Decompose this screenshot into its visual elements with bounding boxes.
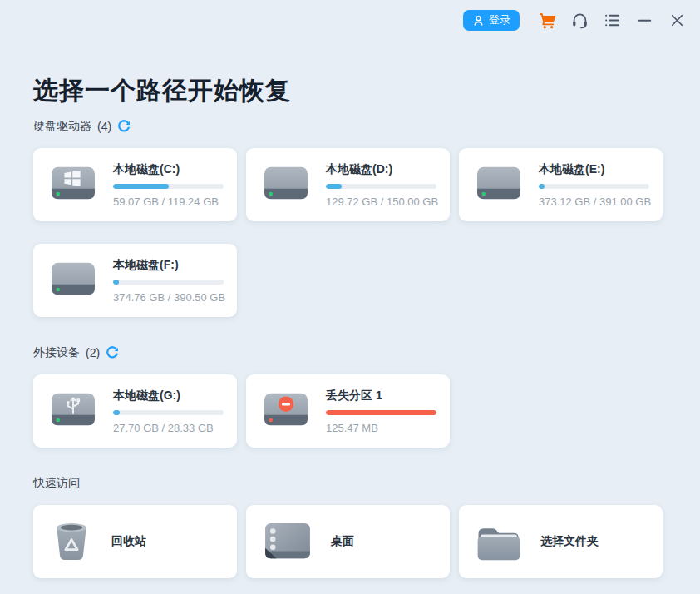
usage-bar-fill — [539, 184, 545, 189]
refresh-drives-button[interactable] — [117, 120, 131, 133]
usage-bar — [113, 184, 224, 189]
drive-info: 本地磁盘(G:) 27.70 GB / 28.33 GB — [113, 389, 224, 434]
section-label: 外接设备 — [33, 345, 80, 360]
drive-card-d[interactable]: 本地磁盘(D:) 129.72 GB / 150.00 GB — [246, 148, 450, 221]
login-button[interactable]: 登录 — [463, 10, 520, 31]
drive-usage: 59.07 GB / 119.24 GB — [113, 196, 224, 208]
headset-icon — [570, 11, 589, 30]
cart-icon — [538, 11, 557, 30]
external-grid: 本地磁盘(G:) 27.70 GB / 28.33 GB 丢失分区 1 125.… — [33, 374, 663, 448]
drive-name: 丢失分区 1 — [326, 389, 436, 403]
close-icon — [668, 11, 687, 30]
drive-info: 丢失分区 1 125.47 MB — [326, 389, 436, 434]
usage-bar-fill — [113, 280, 119, 285]
section-count: (4) — [97, 120, 111, 133]
drive-card-c[interactable]: 本地磁盘(C:) 59.07 GB / 119.24 GB — [33, 148, 237, 221]
section-header-drives: 硬盘驱动器 (4) — [33, 118, 663, 135]
drive-info: 本地磁盘(E:) 373.12 GB / 391.00 GB — [539, 162, 649, 208]
drive-name: 本地磁盘(E:) — [539, 162, 649, 177]
hdd-usb-icon — [47, 390, 99, 432]
usage-bar — [113, 280, 224, 285]
minimize-icon — [635, 11, 654, 30]
drive-name: 本地磁盘(C:) — [113, 162, 224, 177]
page-title: 选择一个路径开始恢复 — [33, 73, 663, 108]
drive-usage: 374.76 GB / 390.50 GB — [113, 291, 224, 304]
drive-card-e[interactable]: 本地磁盘(E:) 373.12 GB / 391.00 GB — [459, 148, 663, 221]
refresh-icon — [117, 120, 131, 133]
section-header-quick-access: 快速访问 — [33, 475, 663, 492]
section-count: (2) — [86, 346, 100, 359]
minimize-button[interactable] — [634, 10, 654, 30]
drives-grid: 本地磁盘(C:) 59.07 GB / 119.24 GB 本地磁盘(D:) 1… — [33, 148, 663, 317]
drive-usage: 373.12 GB / 391.00 GB — [539, 196, 649, 208]
hdd-icon — [260, 164, 312, 205]
section-label: 快速访问 — [33, 476, 80, 491]
user-icon — [472, 14, 485, 27]
usage-bar-fill — [326, 184, 342, 189]
hdd-icon — [473, 164, 525, 205]
usage-bar-fill — [113, 410, 120, 415]
drive-info: 本地磁盘(C:) 59.07 GB / 119.24 GB — [113, 162, 224, 208]
usage-bar — [113, 410, 224, 415]
quick-access-grid: 回收站 桌面 选择文件夹 — [33, 505, 663, 578]
recycle-bin-card[interactable]: 回收站 — [33, 505, 237, 578]
recycle-bin-icon — [49, 519, 94, 564]
drive-name: 本地磁盘(F:) — [113, 258, 224, 273]
menu-button[interactable] — [602, 10, 622, 30]
folder-icon — [475, 522, 523, 562]
main-content: 选择一个路径开始恢复 硬盘驱动器 (4) 本地磁盘(C:) — [0, 73, 700, 578]
usage-bar-fill — [113, 184, 169, 189]
choose-folder-card[interactable]: 选择文件夹 — [459, 505, 663, 578]
desktop-icon — [262, 521, 313, 562]
support-button[interactable] — [569, 10, 589, 30]
refresh-external-button[interactable] — [106, 346, 119, 359]
drive-name: 本地磁盘(G:) — [113, 389, 224, 403]
refresh-icon — [106, 346, 119, 359]
hdd-icon — [47, 260, 99, 301]
usage-bar — [539, 184, 649, 189]
drive-usage: 129.72 GB / 150.00 GB — [326, 196, 436, 208]
drive-name: 本地磁盘(D:) — [326, 162, 436, 177]
lost-partition-card[interactable]: 丢失分区 1 125.47 MB — [246, 374, 450, 448]
titlebar: 登录 — [0, 0, 700, 40]
store-button[interactable] — [537, 10, 557, 30]
desktop-card[interactable]: 桌面 — [246, 505, 450, 578]
hdd-windows-icon — [47, 164, 99, 205]
menu-list-icon — [603, 11, 622, 30]
usage-bar — [326, 184, 436, 189]
drive-info: 本地磁盘(D:) 129.72 GB / 150.00 GB — [326, 162, 436, 208]
hdd-lost-partition-icon — [260, 390, 312, 432]
usage-bar-fill — [326, 410, 436, 415]
drive-usage: 27.70 GB / 28.33 GB — [113, 422, 224, 434]
quick-access-label: 桌面 — [331, 534, 354, 549]
drive-card-f[interactable]: 本地磁盘(F:) 374.76 GB / 390.50 GB — [33, 244, 237, 317]
drive-info: 本地磁盘(F:) 374.76 GB / 390.50 GB — [113, 258, 224, 304]
drive-card-g[interactable]: 本地磁盘(G:) 27.70 GB / 28.33 GB — [33, 374, 237, 448]
login-label: 登录 — [489, 12, 510, 27]
close-button[interactable] — [667, 10, 687, 30]
section-header-external: 外接设备 (2) — [33, 344, 663, 361]
quick-access-label: 回收站 — [111, 534, 146, 549]
quick-access-label: 选择文件夹 — [540, 534, 599, 549]
usage-bar — [326, 410, 436, 415]
drive-usage: 125.47 MB — [326, 422, 436, 434]
section-label: 硬盘驱动器 — [33, 119, 91, 134]
